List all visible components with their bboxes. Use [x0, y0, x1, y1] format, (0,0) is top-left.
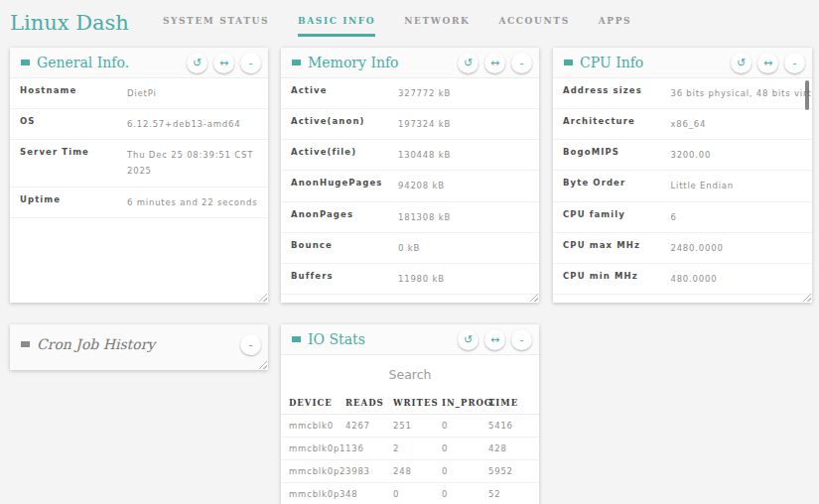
table-row: Buffers 11980 kB	[281, 264, 539, 295]
table-row: AnonPages 181308 kB	[281, 202, 539, 233]
row-value: 6	[670, 206, 802, 225]
row-value: DietPi	[127, 82, 258, 101]
cell-time: 5952	[488, 466, 531, 476]
table-row: CPU family 6	[553, 202, 812, 233]
column-header: WRITES	[393, 398, 442, 408]
main-nav: SYSTEM STATUS BASIC INFO NETWORK ACCOUNT…	[163, 10, 660, 37]
table-row: OS 6.12.57+deb13-amd64	[10, 109, 268, 140]
table-row: Uptime 6 minutes and 22 seconds	[10, 188, 268, 218]
row-label: OS	[20, 116, 127, 132]
row-value: 130448 kB	[398, 144, 529, 163]
io-stats-panel: IO Stats ↺ ↔ - DEVICE READS WRITES IN_PR…	[281, 324, 539, 504]
cell-reads: 4267	[345, 421, 393, 431]
table-row: Server Time Thu Dec 25 08:39:51 CST 2025	[10, 140, 268, 187]
table-row: Hostname DietPi	[10, 78, 268, 109]
collapse-icon[interactable]: -	[511, 53, 532, 73]
expand-icon[interactable]: ↔	[484, 329, 505, 350]
column-header: TIME	[488, 398, 531, 408]
collapse-icon[interactable]: -	[240, 334, 261, 355]
app-header: Linux Dash SYSTEM STATUS BASIC INFO NETW…	[0, 0, 819, 40]
cell-in-prog: 0	[442, 421, 488, 431]
cell-in-prog: 0	[442, 489, 488, 499]
cell-writes: 251	[393, 421, 442, 431]
general-info-panel: General Info. ↺ ↔ - Hostname DietPi OS 6…	[10, 48, 268, 303]
panel-title: CPU Info	[580, 55, 725, 70]
table-row: Architecture x86_64	[553, 109, 812, 140]
row-value: 11980 kB	[398, 268, 529, 287]
row-value: Little Endian	[670, 175, 802, 193]
table-row: Active(file) 130448 kB	[281, 140, 539, 171]
refresh-icon[interactable]: ↺	[731, 53, 751, 73]
row-label: AnonPages	[291, 209, 398, 225]
row-value: 178740 kB	[398, 299, 529, 303]
cell-reads: 48	[345, 489, 393, 499]
collapse-icon[interactable]: -	[784, 53, 805, 73]
row-label: Architecture	[563, 116, 670, 132]
resize-grip[interactable]	[257, 292, 267, 302]
row-label: CPU op-mode(s)	[563, 302, 670, 303]
nav-tab[interactable]: APPS	[599, 10, 631, 37]
column-header: READS	[345, 398, 393, 408]
row-label: Active(file)	[291, 147, 398, 163]
module-icon	[292, 60, 301, 65]
table-row: Cached 178740 kB	[281, 295, 539, 303]
expand-icon[interactable]: ↔	[484, 53, 505, 73]
panel-header: General Info. ↺ ↔ -	[10, 48, 268, 78]
refresh-icon[interactable]: ↺	[458, 53, 478, 73]
row-label: CPU family	[563, 209, 670, 225]
panel-title: Cron Job History	[37, 336, 234, 352]
table-row: Address sizes 36 bits physical, 48 bits …	[553, 78, 812, 109]
kv-table: Hostname DietPi OS 6.12.57+deb13-amd64 S…	[10, 78, 268, 218]
row-value: 32-bit, 64-bit	[670, 299, 802, 303]
row-value: 197324 kB	[398, 113, 529, 132]
cpu-info-panel: CPU Info ↺ ↔ - Address sizes 36 bits phy…	[553, 48, 812, 303]
nav-tab[interactable]: SYSTEM STATUS	[163, 10, 269, 37]
nav-tab[interactable]: NETWORK	[404, 10, 470, 37]
row-value: 6.12.57+deb13-amd64	[127, 113, 258, 132]
column-header: DEVICE	[289, 398, 345, 408]
expand-icon[interactable]: ↔	[213, 53, 234, 73]
expand-icon[interactable]: ↔	[757, 53, 778, 73]
scrollbar-thumb[interactable]	[805, 80, 809, 110]
row-label: Active(anon)	[291, 116, 398, 132]
row-label: Bounce	[291, 240, 398, 256]
row-value: x86_64	[670, 113, 802, 132]
cell-device: mmcblk0p3	[289, 489, 345, 499]
panel-header: IO Stats ↺ ↔ -	[281, 324, 539, 355]
module-icon	[21, 341, 30, 347]
app-logo: Linux Dash	[10, 11, 129, 35]
row-value: 6 minutes and 22 seconds	[127, 191, 258, 210]
panel-title: Memory Info	[308, 55, 452, 70]
table-row: Active 327772 kB	[281, 78, 539, 109]
cell-device: mmcblk0p1	[289, 443, 345, 453]
cell-in-prog: 0	[442, 443, 488, 453]
row-label: CPU max MHz	[563, 240, 670, 256]
row-value: 0 kB	[398, 237, 529, 256]
refresh-icon[interactable]: ↺	[458, 329, 478, 350]
row-label: BogoMIPS	[563, 147, 670, 163]
row-label: Server Time	[20, 147, 127, 179]
search-bar	[281, 355, 539, 391]
module-icon	[292, 336, 301, 342]
panel-title: General Info.	[37, 55, 181, 70]
table-row: mmcblk0p2 3983 248 0 5952	[281, 460, 539, 483]
search-input[interactable]	[289, 367, 531, 382]
cell-reads: 136	[345, 443, 393, 453]
kv-table: Active 327772 kB Active(anon) 197324 kB …	[281, 78, 539, 303]
refresh-icon[interactable]: ↺	[187, 53, 207, 73]
cell-writes: 248	[393, 466, 442, 476]
nav-tab[interactable]: ACCOUNTS	[499, 10, 570, 37]
collapse-icon[interactable]: -	[240, 53, 261, 73]
table-row: BogoMIPS 3200.00	[553, 140, 812, 171]
panel-header: Memory Info ↺ ↔ -	[281, 48, 539, 78]
row-label: Cached	[291, 302, 398, 303]
row-label: AnonHugePages	[291, 178, 398, 193]
row-label: CPU min MHz	[563, 271, 670, 287]
cell-writes: 2	[393, 443, 442, 453]
row-label: Hostname	[20, 85, 127, 101]
collapse-icon[interactable]: -	[511, 329, 532, 350]
table-row: Byte Order Little Endian	[553, 171, 812, 201]
table-row: CPU op-mode(s) 32-bit, 64-bit	[553, 295, 812, 303]
nav-tab[interactable]: BASIC INFO	[298, 10, 375, 37]
table-row: CPU max MHz 2480.0000	[553, 233, 812, 264]
